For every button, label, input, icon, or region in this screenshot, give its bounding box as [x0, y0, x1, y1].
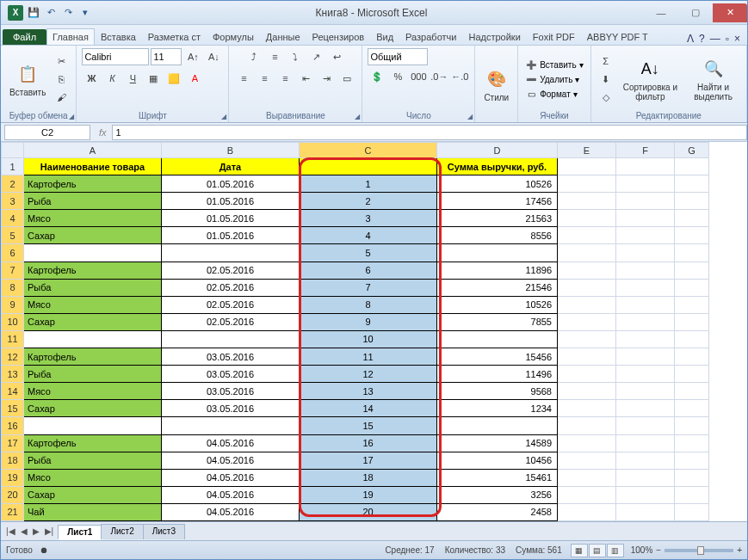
cell[interactable] — [675, 434, 709, 452]
cell-selected[interactable]: 13 — [300, 383, 437, 400]
cell-selected[interactable]: 2 — [300, 193, 437, 210]
cell[interactable] — [675, 296, 709, 313]
col-header-E[interactable]: E — [558, 143, 616, 158]
cell[interactable] — [558, 210, 616, 227]
row-header[interactable]: 16 — [2, 417, 24, 434]
row-header[interactable]: 3 — [2, 193, 24, 210]
percent-icon[interactable]: % — [388, 68, 407, 85]
row-header[interactable]: 17 — [2, 434, 24, 452]
undo-icon[interactable]: ↶ — [44, 6, 58, 20]
fx-icon[interactable]: fx — [94, 127, 112, 138]
col-header-G[interactable]: G — [675, 143, 709, 158]
cell[interactable] — [616, 193, 675, 210]
align-left-icon[interactable]: ≡ — [234, 70, 253, 87]
border-icon[interactable]: ▦ — [144, 70, 163, 87]
cell[interactable] — [675, 330, 709, 348]
cell[interactable]: 02.05.2016 — [162, 262, 300, 279]
cell[interactable]: Сахар — [24, 400, 162, 417]
row-header[interactable]: 19 — [2, 469, 24, 486]
cut-icon[interactable]: ✂ — [52, 52, 71, 70]
align-bottom-icon[interactable]: ⤵ — [286, 48, 305, 65]
cell[interactable] — [675, 279, 709, 296]
ribbon-tab[interactable]: Разработчи — [399, 28, 462, 45]
cell[interactable] — [675, 313, 709, 330]
cell[interactable] — [558, 452, 616, 469]
sheet-nav-first-icon[interactable]: |◀ — [4, 526, 17, 536]
cell[interactable]: 21546 — [437, 279, 558, 296]
cell[interactable] — [616, 434, 675, 452]
name-box[interactable]: C2 — [4, 125, 90, 140]
cell[interactable] — [558, 244, 616, 262]
zoom-in-icon[interactable]: + — [737, 545, 742, 555]
row-header[interactable]: 15 — [2, 400, 24, 417]
cell[interactable] — [558, 175, 616, 193]
cell[interactable]: 8556 — [437, 227, 558, 244]
cell[interactable]: 15456 — [437, 348, 558, 366]
col-header-F[interactable]: F — [616, 143, 675, 158]
cell[interactable]: 9568 — [437, 383, 558, 400]
ribbon-tab[interactable]: Формулы — [207, 28, 260, 45]
ribbon-tab[interactable]: ABBYY PDF T — [581, 28, 654, 45]
cell-selected[interactable]: 12 — [300, 366, 437, 383]
ribbon-tab[interactable]: Вид — [370, 28, 399, 45]
cell[interactable]: 7855 — [437, 313, 558, 330]
sheet-nav-next-icon[interactable]: ▶ — [31, 526, 41, 536]
font-name-select[interactable] — [82, 48, 149, 65]
cell-selected[interactable]: 20 — [300, 503, 437, 520]
cell[interactable]: 01.05.2016 — [162, 210, 300, 227]
cell-selected[interactable]: 3 — [300, 210, 437, 227]
italic-icon[interactable]: К — [102, 70, 121, 87]
cell[interactable]: Рыба — [24, 193, 162, 210]
row-header[interactable]: 20 — [2, 486, 24, 503]
row-header[interactable]: 7 — [2, 262, 24, 279]
cell[interactable]: Картофель — [24, 348, 162, 366]
ribbon-tab[interactable]: Данные — [260, 28, 306, 45]
align-launcher-icon[interactable]: ◢ — [355, 113, 360, 120]
cell[interactable]: 04.05.2016 — [162, 469, 300, 486]
cell[interactable] — [558, 383, 616, 400]
cell[interactable] — [616, 383, 675, 400]
row-header[interactable]: 8 — [2, 279, 24, 296]
child-restore-icon[interactable]: ▫ — [726, 33, 729, 45]
find-select-button[interactable]: 🔍 Найти и выделить — [685, 55, 741, 103]
cell[interactable] — [162, 330, 300, 348]
cell[interactable] — [675, 503, 709, 520]
orientation-icon[interactable]: ↗ — [306, 48, 325, 65]
formula-bar[interactable]: 1 — [112, 125, 747, 140]
row-header[interactable]: 6 — [2, 244, 24, 262]
underline-icon[interactable]: Ч — [123, 70, 142, 87]
cell[interactable]: 2458 — [437, 503, 558, 520]
table-header[interactable]: Наименование товара — [24, 158, 162, 175]
cell[interactable] — [558, 348, 616, 366]
cell[interactable] — [616, 452, 675, 469]
font-launcher-icon[interactable]: ◢ — [221, 113, 226, 120]
cell[interactable] — [558, 417, 616, 434]
sheet-nav-last-icon[interactable]: ▶| — [43, 526, 56, 536]
ribbon-minimize-icon[interactable]: ᐱ — [687, 33, 694, 45]
cell[interactable]: 03.05.2016 — [162, 400, 300, 417]
cell[interactable] — [437, 417, 558, 434]
row-header[interactable]: 9 — [2, 296, 24, 313]
cell[interactable]: 01.05.2016 — [162, 227, 300, 244]
fill-color-icon[interactable]: 🟨 — [164, 70, 183, 87]
cell[interactable] — [24, 330, 162, 348]
sheet-tab[interactable]: Лист3 — [143, 524, 185, 539]
clipboard-launcher-icon[interactable]: ◢ — [69, 113, 74, 120]
cell[interactable]: Сахар — [24, 227, 162, 244]
close-button[interactable]: ✕ — [713, 3, 747, 22]
cell[interactable]: 02.05.2016 — [162, 313, 300, 330]
table-header[interactable]: Сумма выручки, руб. — [437, 158, 558, 175]
row-header[interactable]: 1 — [2, 158, 24, 175]
zoom-out-icon[interactable]: − — [656, 545, 661, 555]
delete-cells-button[interactable]: ➖Удалить ▾ — [523, 72, 584, 86]
number-format-select[interactable] — [368, 48, 428, 65]
cell-selected[interactable]: 11 — [300, 348, 437, 366]
cell[interactable] — [675, 417, 709, 434]
font-size-select[interactable] — [151, 48, 182, 65]
cell[interactable] — [675, 193, 709, 210]
select-all-corner[interactable] — [2, 143, 24, 158]
row-header[interactable]: 12 — [2, 348, 24, 366]
cell[interactable] — [675, 383, 709, 400]
indent-inc-icon[interactable]: ⇥ — [317, 70, 336, 87]
cell-selected[interactable]: 14 — [300, 400, 437, 417]
